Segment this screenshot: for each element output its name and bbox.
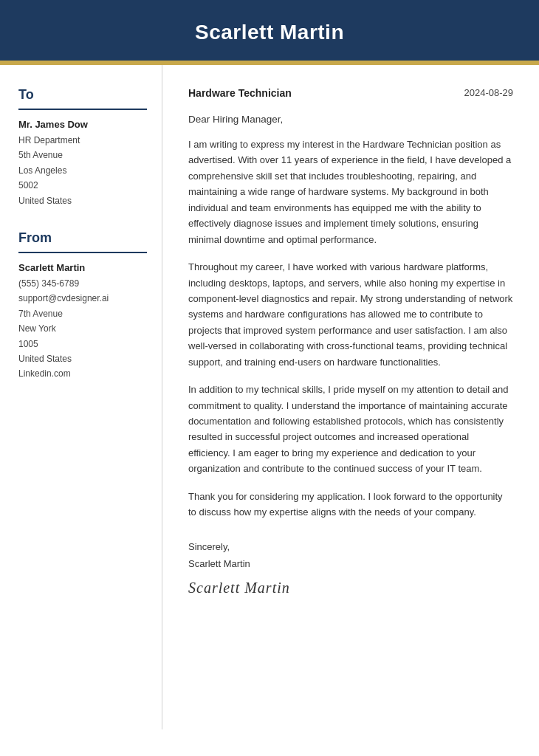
sidebar: To Mr. James Dow HR Department 5th Avenu… [0,65,162,729]
closing-name: Scarlett Martin [188,558,250,569]
closing-signoff: Sincerely, [188,541,230,552]
sender-line5: Linkedin.com [18,368,71,379]
sender-line2: New York [18,323,56,334]
main-top: Hardware Technician 2024-08-29 [188,87,513,99]
recipient-line1: HR Department [18,135,80,145]
recipient-line2: 5th Avenue [18,150,63,160]
main-content: Hardware Technician 2024-08-29 Dear Hiri… [162,65,539,729]
header-name: Scarlett Martin [15,21,524,44]
recipient-details: HR Department 5th Avenue Los Angeles 500… [18,133,147,208]
header: Scarlett Martin [0,0,539,61]
to-section: To Mr. James Dow HR Department 5th Avenu… [18,87,147,208]
date: 2024-08-29 [464,87,514,98]
page: Scarlett Martin To Mr. James Dow HR Depa… [0,0,539,756]
closing: Sincerely, Scarlett Martin Scarlett Mart… [188,538,513,597]
from-section: From Scarlett Martin (555) 345-6789 supp… [18,230,147,382]
to-divider [18,109,147,110]
sender-line1: 7th Avenue [18,309,63,319]
from-label: From [18,230,147,246]
paragraph-4: Thank you for considering my application… [188,489,513,520]
sign-off: Sincerely, Scarlett Martin [188,538,513,573]
paragraph-3: In addition to my technical skills, I pr… [188,382,513,477]
sender-phone: (555) 345-6789 [18,278,79,289]
to-label: To [18,87,147,103]
sender-details: (555) 345-6789 support@cvdesigner.ai 7th… [18,276,147,382]
recipient-name: Mr. James Dow [18,119,147,130]
salutation: Dear Hiring Manager, [188,114,513,125]
sender-line3: 1005 [18,339,38,349]
content-area: To Mr. James Dow HR Department 5th Avenu… [0,65,539,729]
paragraph-1: I am writing to express my interest in t… [188,137,513,247]
sender-email: support@cvdesigner.ai [18,293,109,303]
signature: Scarlett Martin [188,580,513,597]
sender-name: Scarlett Martin [18,262,147,273]
job-title: Hardware Technician [188,87,292,99]
paragraph-2: Throughout my career, I have worked with… [188,259,513,370]
sender-line4: United States [18,354,72,364]
from-divider [18,252,147,253]
recipient-line5: United States [18,196,72,206]
recipient-line4: 5002 [18,180,38,190]
recipient-line3: Los Angeles [18,165,66,176]
